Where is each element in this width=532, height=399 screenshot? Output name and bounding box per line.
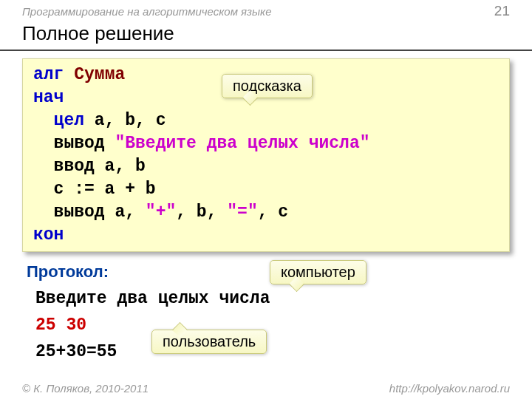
- code-line: цел a, b, c: [33, 109, 499, 132]
- protocol-line-user: 25 30: [35, 313, 510, 339]
- footer-url: http://kpolyakov.narod.ru: [389, 382, 510, 395]
- protocol-output: Введите два целых числа 25 30 25+30=55: [35, 286, 510, 365]
- code-line: кон: [33, 224, 499, 247]
- protocol-line: 25+30=55: [35, 339, 510, 366]
- callout-user: пользователь: [151, 330, 267, 354]
- slide-header: Программирование на алгоритмическом язык…: [0, 0, 532, 21]
- callout-hint: подсказка: [222, 74, 313, 98]
- code-line: вывод "Введите два целых числа": [33, 132, 499, 155]
- protocol-label: Протокол:: [27, 262, 510, 282]
- protocol-line: Введите два целых числа: [35, 286, 510, 313]
- page-title: Полное решение: [0, 21, 532, 50]
- slide-footer: © К. Поляков, 2010-2011 http://kpolyakov…: [0, 379, 532, 399]
- code-line: вывод a, "+", b, "=", c: [33, 201, 499, 224]
- code-line: c := a + b: [33, 178, 499, 201]
- copyright: © К. Поляков, 2010-2011: [22, 382, 149, 395]
- page-number: 21: [494, 3, 510, 19]
- callout-computer: компьютер: [270, 260, 366, 284]
- code-line: ввод a, b: [33, 155, 499, 178]
- course-name: Программирование на алгоритмическом язык…: [22, 5, 272, 18]
